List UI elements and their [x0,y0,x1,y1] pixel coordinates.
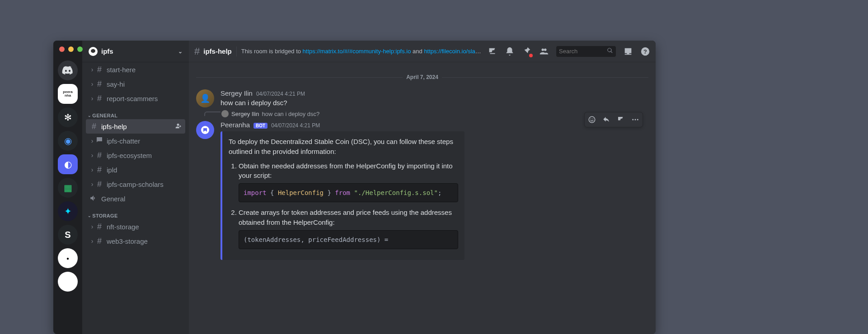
inbox-icon[interactable] [623,46,633,56]
search-box[interactable] [556,46,616,57]
message-author[interactable]: Peeranha [221,121,250,129]
channel-say-hi[interactable]: ›#say-hi [86,77,185,91]
message-author[interactable]: Sergey Ilin [221,89,253,97]
server-6[interactable]: ▦ [58,178,78,198]
search-input[interactable] [559,48,605,55]
avatar-peeranha[interactable] [196,121,214,139]
svg-point-5 [632,119,633,121]
channel-web3-storage[interactable]: ›#web3-storage [86,234,185,248]
code-block-2[interactable]: (tokenAddresses, priceFeedAddresses) = [239,230,458,249]
header-toolbar: ? [488,46,650,57]
topic-link-1[interactable]: https://matrix.to/#/#community-help:ipfs… [303,48,411,55]
notifications-icon[interactable] [505,46,515,56]
channel-sidebar: ipfs ⌄ ›#start-here ›#say-hi ›#report-sc… [82,41,189,334]
svg-point-6 [635,119,636,121]
channel-ipfs-camp-scholars[interactable]: ›#ipfs-camp-scholars [86,177,185,191]
server-9[interactable]: ● [58,248,78,268]
code-block-1[interactable]: import { HelperConfig } from "./HelperCo… [239,183,458,202]
server-title: ipfs [101,47,113,55]
topic-link-2[interactable]: https://filecoin.io/slack [424,48,481,55]
server-3[interactable]: ✻ [58,107,78,127]
reply-reference[interactable]: Sergey Ilin how can i deploy dsc? [196,110,648,117]
voice-general[interactable]: General [86,191,185,206]
channel-report-scammers[interactable]: ›#report-scammers [86,91,185,106]
channel-ipld[interactable]: ›#ipld [86,162,185,177]
threads-icon[interactable] [488,46,497,56]
server-4[interactable]: ◉ [58,131,78,151]
channel-start-here[interactable]: ›#start-here [86,62,185,77]
server-8[interactable]: S [58,225,78,245]
hash-icon: # [194,46,200,57]
server-header[interactable]: ipfs ⌄ [82,41,189,62]
bot-tag: BOT [253,123,267,129]
search-icon [607,47,613,56]
category-storage[interactable]: ⌄STORAGE [86,206,185,219]
message-timestamp: 04/07/2024 4:21 PM [256,91,305,97]
channel-name: ipfs-help [203,47,232,55]
server-ipfs-active[interactable]: ◐ [58,154,78,174]
channel-ipfs-help[interactable]: #ipfs-help [86,119,185,134]
svg-point-3 [591,119,591,120]
svg-point-7 [637,119,638,121]
channel-topic[interactable]: This room is bridged to https://matrix.t… [241,48,482,55]
message-2: Sergey Ilin how can i deploy dsc? Peeran… [196,118,648,264]
home-button[interactable] [58,60,78,80]
app-window: peeranha ✻ ◉ ◐ ▦ ✦ S ● ipfs ⌄ ›#start-he… [53,41,656,334]
help-icon[interactable]: ? [640,46,650,56]
window-controls [59,46,83,52]
main-content: # ipfs-help This room is bridged to http… [189,41,656,334]
embed: To deploy the Decentralized Stable Coin … [221,131,464,260]
date-divider: April 7, 2024 [196,74,648,80]
category-general[interactable]: ⌄GENERAL [86,106,185,119]
svg-point-4 [592,119,593,120]
server-peeranha[interactable]: peeranha [58,84,78,104]
channel-header: # ipfs-help This room is bridged to http… [189,41,656,62]
message-1: 👤 Sergey Ilin 04/07/2024 4:21 PM how can… [196,88,648,112]
channel-ipfs-ecosystem[interactable]: ›#ipfs-ecosystem [86,148,185,162]
close-window[interactable] [59,46,65,52]
server-list: peeranha ✻ ◉ ◐ ▦ ✦ S ● [53,41,82,334]
server-icon [89,47,98,56]
server-7[interactable]: ✦ [58,201,78,221]
channels-list: ›#start-here ›#say-hi ›#report-scammers … [82,62,189,334]
message-timestamp: 04/07/2024 4:21 PM [271,122,320,129]
messages-area: April 7, 2024 👤 Sergey Ilin 04/07/2024 4… [189,62,656,334]
channel-nft-storage[interactable]: ›#nft-storage [86,219,185,234]
header-divider [236,46,237,56]
channel-ipfs-chatter[interactable]: ›ipfs-chatter [86,134,185,148]
message-body: how can i deploy dsc? [221,98,648,107]
reply-avatar [221,110,229,117]
svg-text:?: ? [643,48,647,55]
server-10[interactable] [58,272,78,292]
avatar-sergey[interactable]: 👤 [196,89,214,107]
minimize-window[interactable] [68,46,74,52]
speaker-icon [89,194,99,204]
members-icon[interactable] [539,46,549,56]
maximize-window[interactable] [77,46,83,52]
pinned-icon[interactable] [522,46,532,56]
chevron-down-icon: ⌄ [178,48,183,55]
add-person-icon[interactable] [174,122,182,131]
